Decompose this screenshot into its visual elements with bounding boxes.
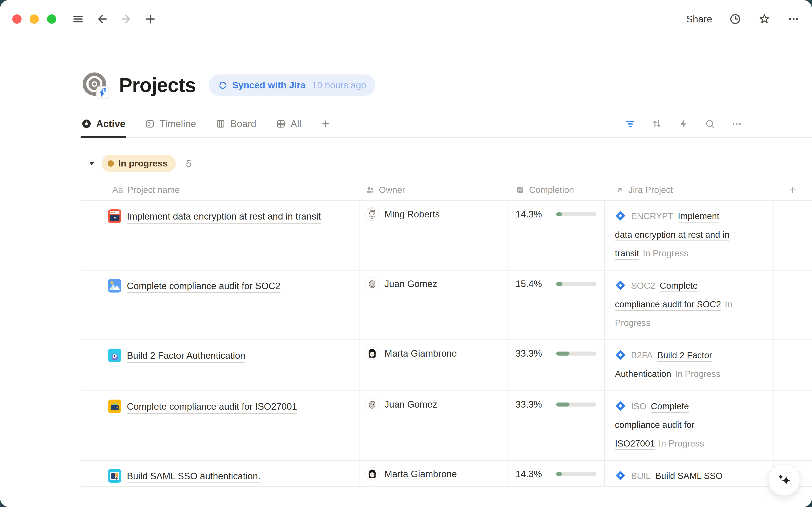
table-row[interactable]: Build SAML SSO authentication. Marta Gia… — [81, 461, 812, 487]
zoom-window-button[interactable] — [47, 14, 56, 24]
sidebar-menu-icon[interactable] — [72, 13, 84, 25]
table-row[interactable]: Implement data encryption at rest and in… — [81, 201, 812, 271]
wallet-app-icon — [108, 400, 121, 413]
tab-timeline[interactable]: Timeline — [145, 118, 196, 137]
favorite-star-icon[interactable] — [758, 13, 770, 25]
titlebar: Share — [0, 0, 812, 38]
table-header-row: AaProject name Owner Completion Jira Pro… — [81, 179, 812, 201]
new-tab-icon[interactable] — [144, 13, 157, 25]
collapse-triangle-icon[interactable] — [88, 160, 96, 168]
completion-cell[interactable]: 15.4% — [507, 271, 605, 339]
empty-cell — [773, 271, 812, 339]
minimize-window-button[interactable] — [29, 14, 39, 24]
close-window-button[interactable] — [12, 14, 21, 24]
owner-cell[interactable]: Juan Gomez — [360, 391, 507, 460]
text-type-icon: Aa — [112, 185, 123, 195]
more-options-icon[interactable] — [788, 13, 800, 25]
status-label: In progress — [118, 158, 168, 169]
back-icon[interactable] — [96, 13, 108, 25]
tab-all[interactable]: All — [276, 118, 301, 137]
forward-icon[interactable] — [120, 13, 132, 25]
view-tabs-row: Active Timeline Board All — [81, 118, 812, 138]
table-row[interactable]: Complete compliance audit for SOC2 Juan … — [81, 271, 812, 340]
jira-key: ISO — [631, 401, 646, 411]
jira-status: In Progress — [675, 369, 721, 379]
avatar — [365, 467, 379, 481]
jira-icon — [615, 400, 626, 411]
people-icon — [365, 185, 375, 194]
notion-ai-button[interactable] — [768, 464, 800, 496]
column-header[interactable]: Owner — [360, 185, 507, 195]
project-name-link[interactable]: Build 2 Factor Authentication — [127, 350, 245, 360]
add-view-button[interactable] — [321, 119, 330, 136]
project-name-link[interactable]: Build SAML SSO authentication. — [127, 471, 260, 481]
owner-cell[interactable]: Marta Giambrone — [360, 461, 507, 486]
sync-timestamp: 10 hours ago — [312, 80, 366, 91]
progress-bar — [556, 212, 596, 216]
jira-key: BUIL — [631, 471, 651, 481]
column-header[interactable]: Completion — [507, 185, 605, 195]
project-name-cell: Build SAML SSO authentication. — [81, 461, 360, 486]
completion-percent: 33.3% — [515, 399, 551, 410]
lightning-icon[interactable] — [678, 118, 689, 129]
owner-name: Marta Giambrone — [384, 346, 457, 360]
history-clock-icon[interactable] — [729, 13, 741, 25]
filter-icon[interactable] — [625, 118, 636, 129]
board-icon — [215, 119, 226, 129]
tab-active[interactable]: Active — [81, 118, 125, 137]
column-header-label: Jira Project — [628, 185, 673, 195]
jira-key: SOC2 — [631, 281, 655, 291]
project-name-link[interactable]: Implement data encryption at rest and in… — [127, 211, 321, 221]
column-header-label: Completion — [529, 185, 574, 195]
star-circle-icon — [81, 119, 91, 129]
jira-status: In Progress — [659, 439, 704, 448]
share-button[interactable]: Share — [686, 13, 712, 25]
jira-sync-badge[interactable]: Synced with Jira 10 hours ago — [209, 74, 375, 96]
progress-bar — [556, 351, 596, 355]
column-header-label: Project name — [127, 185, 180, 195]
plus-icon — [321, 119, 330, 129]
owner-cell[interactable]: Ming Roberts — [360, 201, 507, 270]
tab-board[interactable]: Board — [215, 118, 256, 137]
progress-bar — [556, 472, 596, 476]
tab-label: Timeline — [160, 118, 196, 129]
owner-name: Juan Gomez — [384, 277, 437, 291]
tab-label: Active — [96, 118, 125, 129]
jira-project-cell[interactable]: B2FA Build 2 Factor Authentication In Pr… — [605, 340, 773, 390]
owner-cell[interactable]: Juan Gomez — [360, 271, 507, 339]
sort-icon[interactable] — [651, 118, 662, 129]
page-icon-target[interactable] — [81, 71, 110, 99]
search-icon[interactable] — [704, 118, 715, 129]
column-header[interactable]: AaProject name — [81, 185, 360, 195]
blocks-app-icon — [108, 469, 121, 483]
view-more-icon[interactable] — [731, 118, 742, 129]
completion-cell[interactable]: 33.3% — [507, 340, 605, 390]
jira-project-cell[interactable]: ENCRYPT Implement data encryption at res… — [605, 201, 773, 270]
project-name-link[interactable]: Complete compliance audit for ISO27001 — [127, 401, 297, 412]
completion-cell[interactable]: 33.3% — [507, 391, 605, 460]
add-column-header[interactable] — [773, 185, 812, 195]
jira-project-cell[interactable]: SOC2 Complete compliance audit for SOC2 … — [605, 271, 773, 339]
project-name-link[interactable]: Complete compliance audit for SOC2 — [127, 281, 280, 291]
project-name-cell: Build 2 Factor Authentication — [81, 340, 360, 390]
completion-cell[interactable]: 14.3% — [507, 461, 605, 486]
grid-icon — [276, 119, 286, 129]
table-row[interactable]: Complete compliance audit for ISO27001 J… — [81, 391, 812, 461]
group-header: In progress 5 — [81, 155, 812, 172]
sync-label: Synced with Jira — [232, 80, 306, 91]
completion-percent: 33.3% — [515, 348, 551, 359]
column-header[interactable]: Jira Project — [605, 185, 773, 195]
jira-icon — [615, 210, 626, 221]
jira-project-cell[interactable]: ISO Complete compliance audit for ISO270… — [605, 391, 773, 460]
status-badge[interactable]: In progress — [102, 155, 176, 172]
jira-key: B2FA — [631, 350, 653, 360]
sync-icon — [218, 80, 228, 90]
owner-name: Ming Roberts — [384, 207, 440, 221]
avatar — [365, 207, 379, 221]
completion-cell[interactable]: 14.3% — [507, 201, 605, 270]
empty-cell — [773, 201, 812, 270]
table-row[interactable]: Build 2 Factor Authentication Marta Giam… — [81, 340, 812, 391]
jira-project-cell[interactable]: BUIL Build SAML SSO authentication. In P… — [605, 461, 773, 486]
owner-cell[interactable]: Marta Giambrone — [360, 340, 507, 390]
view-toolbar — [625, 118, 742, 129]
